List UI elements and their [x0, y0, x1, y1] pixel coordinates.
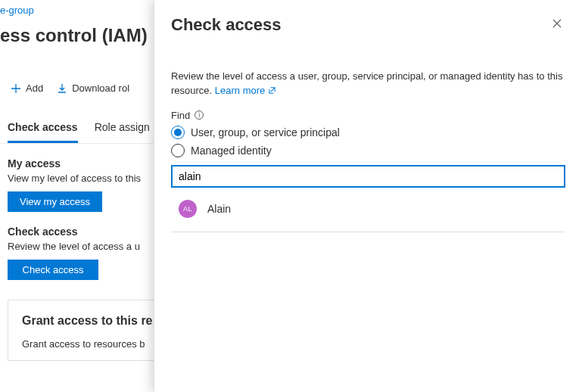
- search-result-row[interactable]: AL Alain: [171, 191, 565, 232]
- radio-selected-icon: [171, 126, 185, 139]
- learn-more-link[interactable]: Learn more: [215, 85, 276, 96]
- radio-managed-label: Managed identity: [191, 145, 272, 157]
- radio-managed-identity[interactable]: Managed identity: [171, 144, 565, 157]
- radio-unselected-icon: [171, 144, 185, 157]
- add-button[interactable]: Add: [11, 82, 43, 94]
- radio-user-group[interactable]: User, group, or service principal: [171, 126, 565, 139]
- download-label: Download rol: [72, 82, 129, 94]
- check-access-panel: Check access Review the level of access …: [154, 0, 582, 392]
- tab-check-access[interactable]: Check access: [8, 114, 78, 143]
- panel-title: Check access: [171, 15, 282, 35]
- download-button[interactable]: Download rol: [57, 82, 129, 94]
- search-input[interactable]: [171, 165, 565, 188]
- radio-user-label: User, group, or service principal: [191, 126, 340, 138]
- result-name: Alain: [207, 203, 231, 215]
- close-icon[interactable]: [549, 15, 565, 34]
- plus-icon: [11, 83, 21, 94]
- info-icon[interactable]: i: [195, 110, 204, 120]
- avatar: AL: [179, 200, 197, 218]
- download-icon: [57, 83, 67, 94]
- find-label: Find: [171, 110, 190, 121]
- tab-role-assignments[interactable]: Role assign: [95, 114, 150, 143]
- view-my-access-button[interactable]: View my access: [8, 191, 102, 212]
- add-label: Add: [26, 82, 43, 94]
- external-link-icon: [268, 85, 276, 99]
- check-access-button[interactable]: Check access: [8, 260, 98, 280]
